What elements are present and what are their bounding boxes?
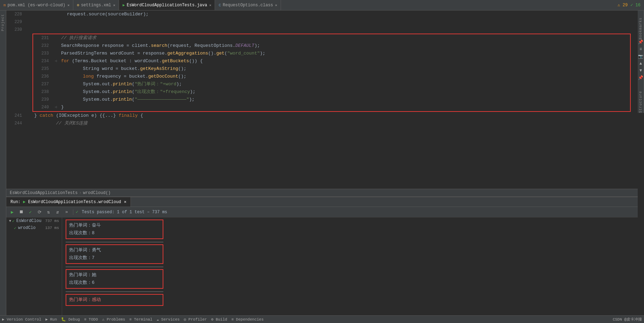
bookmark-list-icon[interactable]: ≡ xyxy=(639,47,642,52)
structure-strip[interactable]: Structure xyxy=(638,84,644,113)
bottom-build[interactable]: ⚙ Build xyxy=(211,317,227,322)
bottom-run[interactable]: ▶ Run xyxy=(45,317,57,322)
run-panel: Run: ▶ EsWordCloudApplicationTests.wrodC… xyxy=(6,196,638,315)
output-divider-3 xyxy=(66,292,163,292)
right-strips: Bookmarks 📌 ≡ 📷 ▲ ▼ 📌 Structure xyxy=(638,10,644,315)
bottom-profiler[interactable]: ◎ Profiler xyxy=(184,317,207,322)
bookmark-pin-icon[interactable]: 📌 xyxy=(638,40,643,45)
bottom-todo[interactable]: ≡ TODO xyxy=(84,317,98,322)
more-button[interactable]: » xyxy=(63,208,71,216)
gutter-232 xyxy=(52,42,59,50)
code-line-241: 241 } catch (IOException e) {{...} final… xyxy=(6,112,638,120)
line-content-228: request.source(sourceBuilder); xyxy=(32,10,638,18)
gutter-234: ◁ xyxy=(52,57,59,65)
code-line-229: 229 xyxy=(6,18,638,26)
code-line-231: 231 // 执行搜索请求 xyxy=(33,34,630,42)
test-item-class[interactable]: ▼ ✓ EsWordClou 737 ms xyxy=(6,217,62,224)
bookmark-down-icon[interactable]: ▼ xyxy=(639,68,642,73)
code-line-239: 239 System.out.println("————————————————… xyxy=(33,96,630,103)
breadcrumb-sep: › xyxy=(79,191,81,195)
tab-requestoptions[interactable]: C RequestOptions.class ✕ xyxy=(215,0,281,10)
output-line-3-2: 出现次数：6 xyxy=(69,279,160,287)
run-button[interactable]: ▶ xyxy=(8,208,16,216)
close-tab-requestoptions[interactable]: ✕ xyxy=(275,3,277,7)
output-line-4-1: 热门单词：感动 xyxy=(69,296,160,304)
bottom-right: CSDN @皮卡冲撞 xyxy=(613,317,642,322)
bottom-problems[interactable]: ⚠ Problems xyxy=(102,317,125,322)
breadcrumb-method: wrodCloud() xyxy=(83,191,111,195)
tab-settings[interactable]: ⚙ settings.xml ✕ xyxy=(73,0,119,10)
close-tab-settings[interactable]: ✕ xyxy=(113,3,115,7)
stop-button[interactable]: ⏹ xyxy=(17,208,25,216)
output-divider-2 xyxy=(66,267,163,267)
test-item-method[interactable]: ✓ wrodClo 137 ms xyxy=(6,224,62,231)
code-line-234: 234 ◁ for (Terms.Bucket bucket : wordCou… xyxy=(33,57,630,65)
line-content-244: // 关闭ES连接 xyxy=(32,120,638,127)
run-output[interactable]: 热门单词：奋斗 出现次数：8 热门单词：勇气 出现次数：7 热门单词：她 出现次… xyxy=(62,217,638,315)
gutter-239 xyxy=(52,96,59,103)
bookmark-camera-icon[interactable]: 📷 xyxy=(638,54,643,59)
separator xyxy=(73,209,73,215)
line-content-237: System.out.println("热门单词："+word); xyxy=(59,80,630,88)
line-num-229: 229 xyxy=(6,18,25,26)
sort-button[interactable]: ⇅ xyxy=(45,208,52,216)
tab-bar-right: ⚠ 29 ✓ 16 xyxy=(617,2,644,8)
expand-icon: ▼ xyxy=(9,219,11,223)
fold-234[interactable]: ◁ xyxy=(55,57,57,65)
bookmark-up-icon[interactable]: ▲ xyxy=(639,61,642,66)
tab-pom[interactable]: m pom.xml (es-word-cloud) ✕ xyxy=(0,0,73,10)
bottom-terminal[interactable]: ≡ Terminal xyxy=(129,317,153,322)
line-num-234: 234 xyxy=(33,57,52,65)
run-content: ▼ ✓ EsWordClou 737 ms ✓ wrodClo 137 ms 热… xyxy=(6,217,638,315)
main-area: Project 228 request.source(sourceBuilder… xyxy=(0,10,644,315)
bottom-services[interactable]: ☁ Services xyxy=(157,317,180,322)
line-content-240: } xyxy=(59,103,630,111)
code-line-228: 228 request.source(sourceBuilder); xyxy=(6,10,638,18)
bookmark-pin2-icon[interactable]: 📌 xyxy=(638,75,643,80)
line-num-232: 232 xyxy=(33,42,52,50)
test-class-label: EsWordClou xyxy=(16,218,42,223)
gutter-235 xyxy=(52,65,59,73)
output-block-3: 热门单词：她 出现次数：6 xyxy=(66,269,163,289)
close-run-tab[interactable]: ✕ xyxy=(124,199,126,204)
bottom-debug[interactable]: 🐛 Debug xyxy=(61,317,80,322)
settings-icon: ⚙ xyxy=(77,3,79,7)
output-block-2: 热门单词：勇气 出现次数：7 xyxy=(66,244,163,264)
line-content-236: long frequency = bucket.getDocCount(); xyxy=(59,73,630,80)
close-tab-pom[interactable]: ✕ xyxy=(67,3,69,7)
bottom-bar: ▶ Version Control ▶ Run 🐛 Debug ≡ TODO ⚠… xyxy=(0,315,644,323)
pom-icon: m xyxy=(3,3,6,7)
test-method-label: wrodClo xyxy=(18,225,36,230)
line-num-233: 233 xyxy=(33,50,52,57)
run-status-text: Tests passed: 1 of 1 test – 737 ms xyxy=(82,210,167,215)
test-method-time: 137 ms xyxy=(45,226,59,230)
output-line-1-2: 出现次数：8 xyxy=(69,229,160,237)
code-line-232: 232 SearchResponse response = client.sea… xyxy=(33,42,630,50)
check-button[interactable]: ✓ xyxy=(27,208,34,216)
run-test-icon: ▶ xyxy=(23,199,25,204)
code-view[interactable]: 228 request.source(sourceBuilder); 229 2… xyxy=(6,10,638,189)
bottom-csdn-label: CSDN @皮卡冲撞 xyxy=(613,317,642,322)
line-num-231: 231 xyxy=(33,34,52,42)
close-tab-tests[interactable]: ✕ xyxy=(209,3,211,7)
line-num-241: 241 xyxy=(6,112,25,120)
gutter-233 xyxy=(52,50,59,57)
rerun-button[interactable]: ⟳ xyxy=(36,208,43,216)
line-num-240: 240 xyxy=(33,103,52,111)
line-content-238: System.out.println("出现次数："+frequency); xyxy=(59,88,630,96)
bottom-dependencies[interactable]: ≡ Dependencies xyxy=(231,317,264,322)
run-tab-run[interactable]: Run: ▶ EsWordCloudApplicationTests.wrodC… xyxy=(6,197,131,207)
gutter-236 xyxy=(52,73,59,80)
line-content-239: System.out.println("——————————————————")… xyxy=(59,96,630,103)
sort2-button[interactable]: ⇵ xyxy=(54,208,61,216)
editor-area: 228 request.source(sourceBuilder); 229 2… xyxy=(6,10,638,315)
run-tabs: Run: ▶ EsWordCloudApplicationTests.wrodC… xyxy=(6,197,638,207)
code-line-237: 237 System.out.println("热门单词："+word); xyxy=(33,80,630,88)
fold-240[interactable]: ◁ xyxy=(55,103,57,111)
bookmarks-strip[interactable]: Bookmarks 📌 ≡ 📷 ▲ ▼ 📌 xyxy=(638,10,644,84)
tab-tests[interactable]: ▶ EsWordCloudApplicationTests.java ✕ xyxy=(119,0,215,10)
output-block-4: 热门单词：感动 xyxy=(66,294,163,306)
structure-label: Structure xyxy=(639,91,643,113)
bottom-version-control[interactable]: ▶ Version Control xyxy=(2,317,41,322)
project-strip[interactable]: Project xyxy=(0,10,6,315)
